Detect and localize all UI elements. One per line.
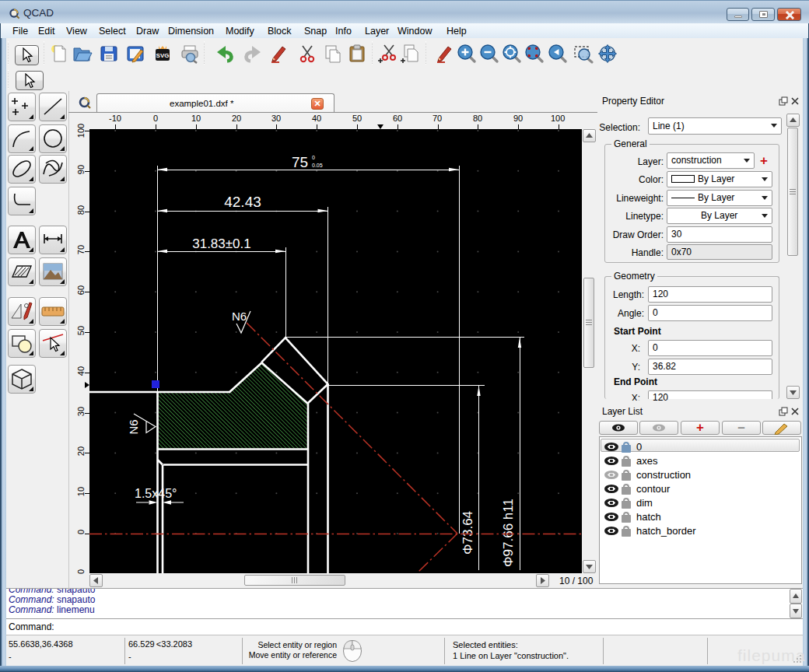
svg-text:31.83±0.1: 31.83±0.1 (192, 236, 251, 251)
svg-text:0: 0 (312, 155, 315, 160)
svg-text:N6: N6 (127, 419, 140, 434)
svg-text:N6: N6 (232, 310, 247, 323)
svg-text:75: 75 (292, 154, 308, 170)
svg-text:1.5x45°: 1.5x45° (135, 487, 177, 500)
svg-text:42.43: 42.43 (224, 194, 261, 210)
svg-text:0.05: 0.05 (312, 163, 323, 168)
svg-text:Φ97.66 h11: Φ97.66 h11 (501, 499, 516, 567)
svg-text:Φ73.64: Φ73.64 (461, 511, 475, 555)
svg-text:SVG: SVG (156, 52, 170, 59)
